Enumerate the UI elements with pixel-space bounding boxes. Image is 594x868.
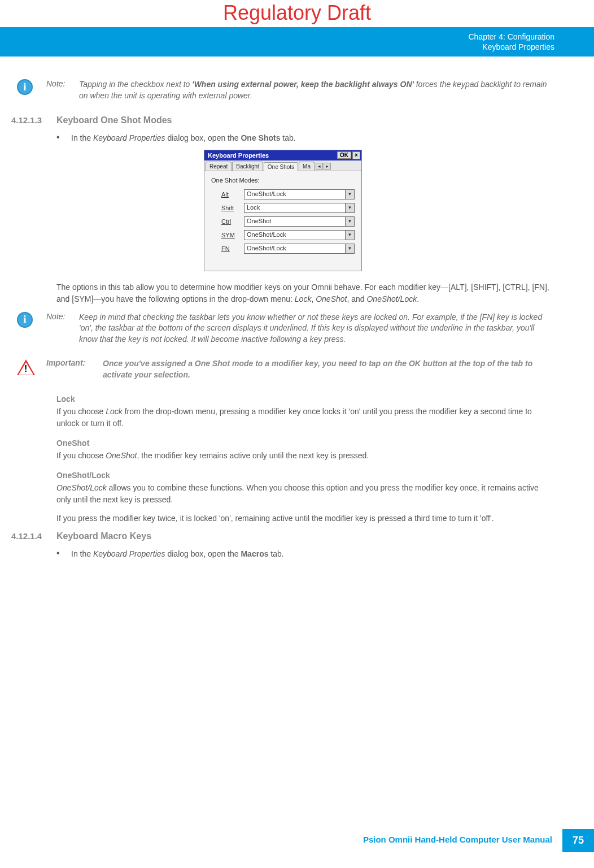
important-text: Once you've assigned a One Shot mode to … [103, 358, 554, 380]
select-sym-value: OneShot/Lock [244, 231, 345, 240]
note-block-1: i Note: Tapping in the checkbox next to … [17, 79, 554, 101]
section-4-12-1-4: 4.12.1.4 Keyboard Macro Keys [11, 531, 554, 541]
lock-post: from the drop-down menu, pressing a modi… [56, 407, 532, 428]
important-block-1: ! Important: Once you've assigned a One … [17, 358, 554, 380]
section-title: Keyboard One Shot Modes [56, 115, 172, 125]
b2-ital: Keyboard Properties [93, 549, 165, 558]
dialog-ok-button[interactable]: OK [337, 151, 351, 159]
info-icon: i [17, 312, 33, 328]
para-lock: If you choose Lock from the drop-down me… [56, 406, 554, 429]
para-after-dialog: The options in this tab allow you to det… [56, 281, 554, 305]
osl-p1: allows you to combine these functions. W… [56, 483, 539, 504]
para-oneshot-lock-1: OneShot/Lock allows you to combine these… [56, 482, 554, 506]
page-footer: Psion Omnii Hand-Held Computer User Manu… [353, 829, 594, 852]
chevron-down-icon[interactable]: ▼ [345, 244, 354, 253]
chevron-down-icon[interactable]: ▼ [345, 231, 354, 240]
exclaim-icon: ! [24, 364, 27, 374]
row-fn: FN OneShot/Lock ▼ [221, 244, 355, 254]
para-oneshot: If you choose OneShot, the modifier key … [56, 450, 554, 462]
select-fn[interactable]: OneShot/Lock ▼ [244, 244, 355, 254]
b2-bold: Macros [241, 549, 268, 558]
row-ctrl: Ctrl OneShot ▼ [221, 216, 355, 227]
section-4-12-1-3: 4.12.1.3 Keyboard One Shot Modes [11, 115, 554, 125]
b-post: tab. [280, 133, 295, 142]
select-alt-value: OneShot/Lock [244, 190, 345, 199]
important-label: Important: [46, 358, 97, 367]
lock-pre: If you choose [56, 407, 106, 416]
b-mid: dialog box, open the [165, 133, 241, 142]
label-fn: FN [221, 245, 244, 252]
header-section: Keyboard Properties [0, 42, 554, 52]
tab-backlight[interactable]: Backlight [232, 162, 263, 171]
section-number: 4.12.1.3 [11, 115, 56, 125]
dialog-tabs: Repeat Backlight One Shots Ma ◂ ▸ [204, 160, 361, 171]
b-bold: One Shots [241, 133, 280, 142]
label-sym: SYM [221, 232, 244, 238]
keyboard-properties-dialog: Keyboard Properties OK × Repeat Backligh… [204, 150, 362, 271]
bullet-open-macros: • In the Keyboard Properties dialog box,… [56, 548, 554, 560]
pad-i3: OneShot/Lock [366, 294, 417, 303]
os-pre: If you choose [56, 451, 106, 460]
chevron-down-icon[interactable]: ▼ [345, 190, 354, 199]
dialog-titlebar: Keyboard Properties OK × [204, 150, 361, 160]
select-shift-value: Lock [244, 203, 345, 212]
para-oneshot-lock-2: If you press the modifier key twice, it … [56, 513, 554, 524]
os-post: , the modifier key remains active only u… [137, 451, 369, 460]
heading-oneshot-lock: OneShot/Lock [56, 471, 554, 480]
select-sym[interactable]: OneShot/Lock ▼ [244, 230, 355, 240]
select-shift[interactable]: Lock ▼ [244, 203, 355, 213]
pad-p4: . [417, 294, 419, 303]
section-title: Keyboard Macro Keys [56, 531, 151, 541]
select-alt[interactable]: OneShot/Lock ▼ [244, 189, 355, 199]
info-icon: i [17, 79, 33, 95]
chevron-down-icon[interactable]: ▼ [345, 203, 354, 212]
section-number: 4.12.1.4 [11, 531, 56, 541]
header-bar: Chapter 4: Configuration Keyboard Proper… [0, 27, 594, 57]
bullet-text: In the Keyboard Properties dialog box, o… [71, 132, 296, 144]
warning-icon: ! [17, 359, 35, 375]
heading-lock: Lock [56, 394, 554, 403]
group-label: One Shot Modes: [211, 177, 355, 184]
row-shift: Shift Lock ▼ [221, 203, 355, 213]
bullet-dot: • [56, 548, 71, 560]
b2-pre: In the [71, 549, 93, 558]
dialog-close-button[interactable]: × [352, 151, 360, 159]
dialog-title: Keyboard Properties [208, 152, 337, 159]
label-ctrl: Ctrl [221, 218, 244, 225]
bullet-dot: • [56, 132, 71, 144]
tab-macros-partial[interactable]: Ma [299, 162, 315, 171]
footer-manual-title: Psion Omnii Hand-Held Computer User Manu… [353, 829, 562, 852]
select-fn-value: OneShot/Lock [244, 244, 345, 253]
note-label: Note: [46, 79, 75, 88]
header-chapter: Chapter 4: Configuration [0, 32, 554, 42]
select-ctrl[interactable]: OneShot ▼ [244, 216, 355, 227]
note-label: Note: [46, 312, 75, 321]
note1-pre: Tapping in the checkbox next to [79, 80, 192, 89]
bullet-open-oneshots: • In the Keyboard Properties dialog box,… [56, 132, 554, 144]
tab-scroll-left[interactable]: ◂ [316, 163, 323, 170]
note-text: Tapping in the checkbox next to 'When us… [79, 79, 554, 101]
row-sym: SYM OneShot/Lock ▼ [221, 230, 355, 240]
note-block-2: i Note: Keep in mind that checking the t… [17, 312, 554, 345]
pad-i2: OneShot [316, 294, 347, 303]
bullet-text: In the Keyboard Properties dialog box, o… [71, 548, 284, 560]
tab-one-shots[interactable]: One Shots [264, 162, 298, 171]
regulatory-draft-label: Regulatory Draft [0, 0, 594, 27]
label-shift: Shift [221, 205, 244, 211]
b-ital: Keyboard Properties [93, 133, 165, 142]
os-i: OneShot [106, 451, 137, 460]
osl-i1: OneShot/Lock [56, 483, 107, 492]
tab-repeat[interactable]: Repeat [206, 162, 232, 171]
pad-p2: , [311, 294, 316, 303]
b2-mid: dialog box, open the [165, 549, 241, 558]
heading-oneshot: OneShot [56, 439, 554, 448]
chevron-down-icon[interactable]: ▼ [345, 217, 354, 226]
lock-i: Lock [106, 407, 123, 416]
pad-i1: Lock [295, 294, 312, 303]
tab-scroll-right[interactable]: ▸ [324, 163, 331, 170]
note1-bold: 'When using external power, keep the bac… [192, 80, 414, 89]
footer-page-number: 75 [562, 829, 594, 852]
select-ctrl-value: OneShot [244, 217, 345, 226]
pad-p3: , and [347, 294, 366, 303]
b-pre: In the [71, 133, 93, 142]
